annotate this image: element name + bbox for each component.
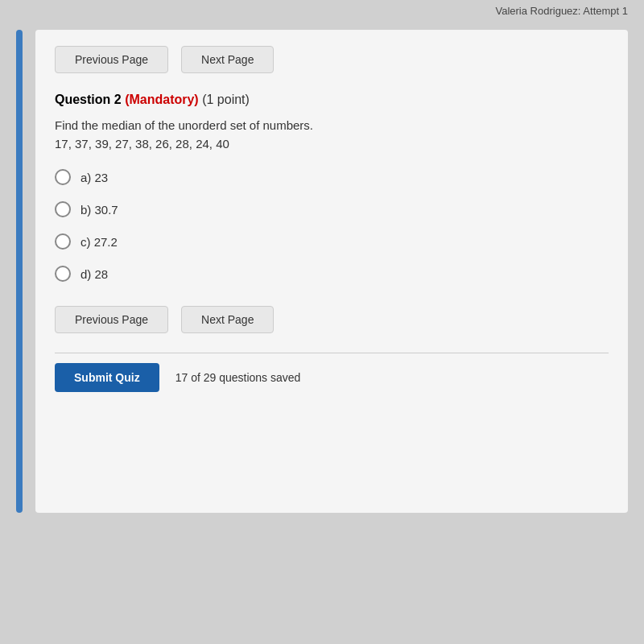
previous-page-button-bottom[interactable]: Previous Page bbox=[55, 306, 168, 333]
content-area: Previous Page Next Page Question 2 (Mand… bbox=[35, 30, 628, 513]
question-text-line1: Find the median of the unorderd set of n… bbox=[55, 118, 313, 132]
user-info: Valeria Rodriguez: Attempt 1 bbox=[495, 5, 628, 17]
bottom-bar: Submit Quiz 17 of 29 questions saved bbox=[55, 353, 609, 392]
question-mandatory: (Mandatory) bbox=[125, 93, 199, 106]
option-d-label: d) 28 bbox=[80, 267, 108, 281]
question-number: Question 2 bbox=[55, 93, 122, 106]
nav-buttons-top: Previous Page Next Page bbox=[55, 46, 609, 73]
option-a[interactable]: a) 23 bbox=[55, 169, 609, 185]
radio-b[interactable] bbox=[55, 201, 71, 217]
option-b-label: b) 30.7 bbox=[80, 203, 118, 217]
question-text: Find the median of the unorderd set of n… bbox=[55, 117, 609, 153]
next-page-button-top[interactable]: Next Page bbox=[181, 46, 274, 73]
question-header: Question 2 (Mandatory) (1 point) bbox=[55, 93, 609, 107]
option-b[interactable]: b) 30.7 bbox=[55, 201, 609, 217]
option-a-label: a) 23 bbox=[80, 171, 108, 184]
question-points: (1 point) bbox=[202, 93, 250, 106]
saved-text: 17 of 29 questions saved bbox=[175, 371, 301, 384]
options-list: a) 23 b) 30.7 c) 27.2 d) 28 bbox=[55, 169, 609, 282]
submit-quiz-button[interactable]: Submit Quiz bbox=[55, 363, 159, 392]
option-c[interactable]: c) 27.2 bbox=[55, 233, 609, 250]
question-text-line2: 17, 37, 39, 27, 38, 26, 28, 24, 40 bbox=[55, 137, 229, 151]
radio-a[interactable] bbox=[55, 169, 71, 185]
radio-c[interactable] bbox=[55, 233, 71, 250]
radio-d[interactable] bbox=[55, 266, 71, 282]
option-c-label: c) 27.2 bbox=[80, 235, 118, 249]
left-accent-bar bbox=[16, 30, 23, 513]
previous-page-button-top[interactable]: Previous Page bbox=[55, 46, 168, 73]
next-page-button-bottom[interactable]: Next Page bbox=[181, 306, 274, 333]
option-d[interactable]: d) 28 bbox=[55, 266, 609, 282]
nav-buttons-bottom: Previous Page Next Page bbox=[55, 306, 609, 333]
